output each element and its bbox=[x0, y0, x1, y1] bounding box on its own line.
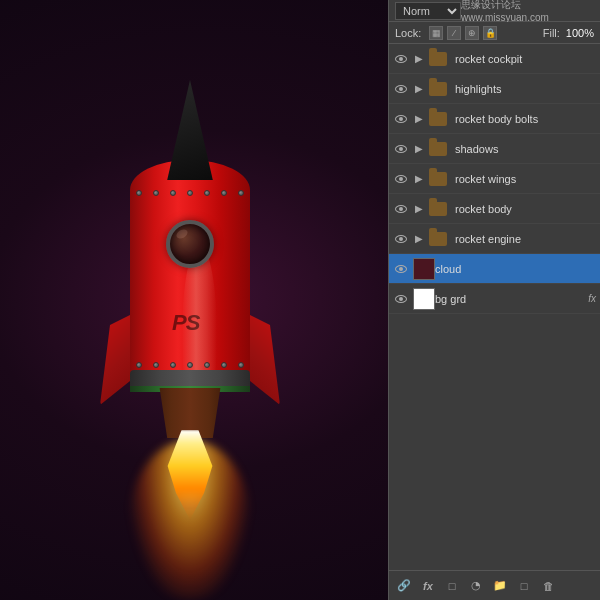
folder-icon bbox=[427, 228, 449, 250]
new-layer-button[interactable]: □ bbox=[515, 577, 533, 595]
layer-row[interactable]: ▶rocket body bolts bbox=[389, 104, 600, 134]
folder-expand-arrow[interactable]: ▶ bbox=[413, 83, 425, 95]
rocket-label: PS bbox=[172, 310, 199, 336]
layer-row[interactable]: ▶rocket body bbox=[389, 194, 600, 224]
eye-icon bbox=[395, 175, 407, 183]
folder-icon bbox=[427, 108, 449, 130]
layers-panel: Norm Multiply Screen 思缘设计论坛 www.missyuan… bbox=[388, 0, 600, 600]
link-layers-button[interactable]: 🔗 bbox=[395, 577, 413, 595]
delete-layer-button[interactable]: 🗑 bbox=[539, 577, 557, 595]
folder-expand-arrow[interactable]: ▶ bbox=[413, 203, 425, 215]
rocket-porthole bbox=[166, 220, 214, 268]
layer-visibility-toggle[interactable] bbox=[393, 171, 409, 187]
rivet bbox=[238, 190, 244, 196]
layer-name-label: rocket body bbox=[455, 203, 596, 215]
rocket: PS bbox=[100, 80, 280, 500]
layer-row[interactable]: bg grdfx bbox=[389, 284, 600, 314]
layer-thumbnail bbox=[413, 288, 435, 310]
fx-button[interactable]: fx bbox=[419, 577, 437, 595]
layers-list: ▶rocket cockpit▶highlights▶rocket body b… bbox=[389, 44, 600, 570]
layer-thumbnail bbox=[413, 258, 435, 280]
layer-visibility-toggle[interactable] bbox=[393, 51, 409, 67]
layer-visibility-toggle[interactable] bbox=[393, 141, 409, 157]
layer-name-label: rocket body bolts bbox=[455, 113, 596, 125]
fill-value: 100% bbox=[566, 27, 594, 39]
folder-expand-arrow[interactable]: ▶ bbox=[413, 233, 425, 245]
layer-name-label: rocket cockpit bbox=[455, 53, 596, 65]
layer-name-label: cloud bbox=[435, 263, 596, 275]
folder-icon bbox=[427, 198, 449, 220]
rocket-rivets-top bbox=[130, 190, 250, 196]
layer-visibility-toggle[interactable] bbox=[393, 261, 409, 277]
eye-icon bbox=[395, 295, 407, 303]
layer-row[interactable]: ▶rocket wings bbox=[389, 164, 600, 194]
rivet bbox=[187, 362, 193, 368]
layer-row[interactable]: ▶highlights bbox=[389, 74, 600, 104]
layer-fx-badge: fx bbox=[588, 293, 596, 304]
eye-icon bbox=[395, 235, 407, 243]
rivet bbox=[170, 190, 176, 196]
lock-all-icon[interactable]: 🔒 bbox=[483, 26, 497, 40]
rivet bbox=[204, 362, 210, 368]
adjustment-layer-button[interactable]: ◔ bbox=[467, 577, 485, 595]
layer-name-label: shadows bbox=[455, 143, 596, 155]
blend-mode-dropdown[interactable]: Norm Multiply Screen bbox=[395, 2, 461, 20]
layer-name-label: highlights bbox=[455, 83, 596, 95]
rivet bbox=[204, 190, 210, 196]
fill-label: Fill: bbox=[543, 27, 560, 39]
rivet bbox=[136, 362, 142, 368]
rivet bbox=[187, 190, 193, 196]
layer-visibility-toggle[interactable] bbox=[393, 231, 409, 247]
folder-icon bbox=[427, 168, 449, 190]
layer-row[interactable]: ▶shadows bbox=[389, 134, 600, 164]
eye-icon bbox=[395, 265, 407, 273]
layer-row[interactable]: ▶rocket engine bbox=[389, 224, 600, 254]
panel-toolbar: 🔗 fx □ ◔ 📁 □ 🗑 bbox=[389, 570, 600, 600]
eye-icon bbox=[395, 115, 407, 123]
rocket-rivets-bottom bbox=[130, 362, 250, 368]
rocket-scene: PS bbox=[0, 0, 388, 600]
layer-visibility-toggle[interactable] bbox=[393, 201, 409, 217]
layer-row[interactable]: cloud bbox=[389, 254, 600, 284]
panel-header: Norm Multiply Screen 思缘设计论坛 www.missyuan… bbox=[389, 0, 600, 22]
rivet bbox=[153, 362, 159, 368]
watermark-text: 思缘设计论坛 www.missyuan.com bbox=[461, 0, 594, 23]
layer-visibility-toggle[interactable] bbox=[393, 111, 409, 127]
eye-icon bbox=[395, 205, 407, 213]
rivet bbox=[170, 362, 176, 368]
folder-expand-arrow[interactable]: ▶ bbox=[413, 53, 425, 65]
add-mask-button[interactable]: □ bbox=[443, 577, 461, 595]
folder-expand-arrow[interactable]: ▶ bbox=[413, 173, 425, 185]
layer-visibility-toggle[interactable] bbox=[393, 291, 409, 307]
rivet bbox=[238, 362, 244, 368]
layer-name-label: bg grd bbox=[435, 293, 586, 305]
rivet bbox=[136, 190, 142, 196]
lock-row: Lock: ▦ ∕ ⊕ 🔒 Fill: 100% bbox=[389, 22, 600, 44]
folder-expand-arrow[interactable]: ▶ bbox=[413, 113, 425, 125]
eye-icon bbox=[395, 55, 407, 63]
folder-icon bbox=[427, 48, 449, 70]
eye-icon bbox=[395, 145, 407, 153]
lock-brush-icon[interactable]: ∕ bbox=[447, 26, 461, 40]
lock-transparent-icon[interactable]: ▦ bbox=[429, 26, 443, 40]
rivet bbox=[221, 362, 227, 368]
layer-name-label: rocket wings bbox=[455, 173, 596, 185]
folder-icon bbox=[427, 78, 449, 100]
layer-name-label: rocket engine bbox=[455, 233, 596, 245]
layer-row[interactable]: ▶rocket cockpit bbox=[389, 44, 600, 74]
lock-label: Lock: bbox=[395, 27, 421, 39]
eye-icon bbox=[395, 85, 407, 93]
rivet bbox=[221, 190, 227, 196]
lock-move-icon[interactable]: ⊕ bbox=[465, 26, 479, 40]
folder-expand-arrow[interactable]: ▶ bbox=[413, 143, 425, 155]
new-group-button[interactable]: 📁 bbox=[491, 577, 509, 595]
folder-icon bbox=[427, 138, 449, 160]
layer-visibility-toggle[interactable] bbox=[393, 81, 409, 97]
rivet bbox=[153, 190, 159, 196]
